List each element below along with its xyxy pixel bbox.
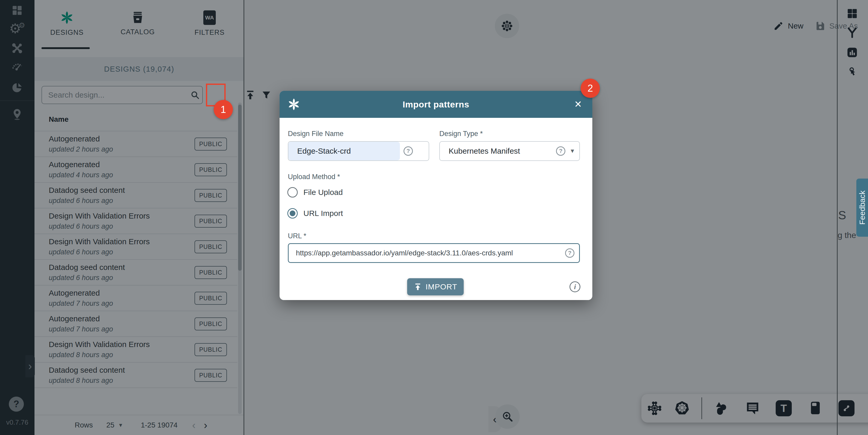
close-icon[interactable]: ✕ bbox=[564, 99, 592, 110]
design-type-value: Kubernetes Manifest bbox=[440, 147, 556, 155]
import-patterns-modal: Import patterns ✕ Design File Name ? Des… bbox=[280, 91, 592, 300]
field-help-icon[interactable]: ? bbox=[565, 249, 575, 258]
import-button[interactable]: IMPORT bbox=[407, 278, 464, 295]
url-input[interactable] bbox=[289, 244, 561, 262]
design-type-select[interactable]: Kubernetes Manifest ? ▼ bbox=[439, 141, 580, 161]
feedback-tab[interactable]: Feedback bbox=[856, 179, 868, 237]
upload-method-label: Upload Method * bbox=[288, 173, 340, 181]
modal-title: Import patterns bbox=[308, 99, 564, 110]
url-label: URL * bbox=[288, 232, 306, 240]
radio-url-import[interactable]: URL Import bbox=[287, 208, 343, 219]
feedback-label: Feedback bbox=[858, 191, 867, 225]
import-button-label: IMPORT bbox=[426, 282, 457, 291]
design-type-label: Design Type * bbox=[439, 130, 483, 138]
upload-icon bbox=[414, 283, 422, 291]
chevron-down-icon: ▼ bbox=[569, 148, 575, 154]
info-icon[interactable]: i bbox=[569, 281, 580, 292]
radio-file-upload[interactable]: File Upload bbox=[287, 187, 343, 198]
meshery-logo-icon bbox=[280, 97, 308, 111]
design-file-name-field: ? bbox=[288, 141, 429, 161]
meshery-app: ⚙⚙ › ? v0.7.76 bbox=[0, 0, 868, 435]
design-file-name-label: Design File Name bbox=[288, 130, 344, 138]
radio-url-import-label: URL Import bbox=[303, 209, 343, 218]
url-field: ? bbox=[288, 243, 580, 263]
field-help-icon[interactable]: ? bbox=[556, 146, 565, 156]
modal-header: Import patterns ✕ bbox=[280, 91, 592, 118]
radio-unselected-icon bbox=[287, 187, 298, 198]
step2-badge: 2 bbox=[581, 79, 600, 98]
radio-selected-icon bbox=[287, 208, 298, 219]
field-help-icon[interactable]: ? bbox=[404, 146, 413, 156]
radio-file-upload-label: File Upload bbox=[303, 188, 343, 197]
design-file-name-input[interactable] bbox=[288, 142, 400, 161]
step1-badge: 1 bbox=[214, 100, 233, 119]
